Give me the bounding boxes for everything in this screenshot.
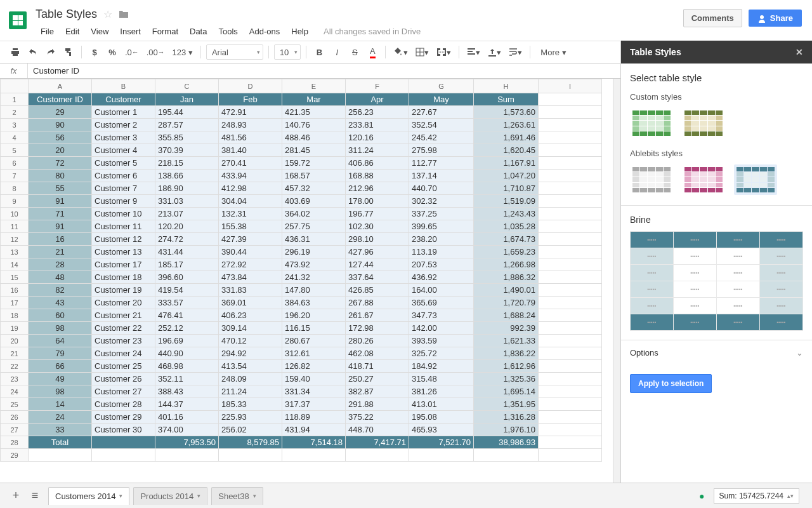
row-header[interactable]: 20 [1, 335, 29, 347]
cell[interactable]: 440.90 [155, 347, 219, 360]
cell[interactable]: 302.32 [409, 195, 474, 208]
cell[interactable]: Customer 11 [92, 220, 155, 233]
cell[interactable]: 29 [29, 106, 92, 119]
cell[interactable]: 1,573.60 [474, 106, 539, 119]
cell[interactable]: 413.54 [219, 360, 282, 373]
cell[interactable]: 91 [29, 220, 92, 233]
vertical-scrollbar[interactable] [613, 79, 620, 483]
cell[interactable]: 1,836.22 [474, 347, 539, 360]
col-header[interactable]: D [219, 79, 282, 93]
row-header[interactable]: 9 [1, 195, 29, 208]
row-header[interactable]: 2 [1, 106, 29, 119]
paint-format-icon[interactable] [61, 44, 76, 60]
row-header[interactable]: 16 [1, 284, 29, 297]
cell[interactable]: 431.94 [282, 424, 346, 436]
row-header[interactable]: 5 [1, 144, 29, 157]
cell[interactable]: 364.02 [282, 208, 346, 220]
cell[interactable]: 311.24 [346, 144, 409, 157]
cell[interactable]: 1,351.95 [474, 398, 539, 411]
cell[interactable]: 413.01 [409, 398, 474, 411]
sheet-tab[interactable]: Sheet38▾ [211, 487, 263, 505]
font-size-select[interactable]: 10 [274, 44, 301, 60]
style-thumb-magenta[interactable] [682, 164, 725, 195]
cell[interactable]: 195.44 [155, 106, 219, 119]
row-header[interactable]: 17 [1, 297, 29, 309]
data-header[interactable]: Sum [474, 93, 539, 106]
cell[interactable]: 1,674.73 [474, 233, 539, 246]
cell[interactable]: 431.44 [155, 246, 219, 258]
cell[interactable]: 399.65 [409, 220, 474, 233]
row-header[interactable]: 28 [1, 436, 29, 449]
cell[interactable]: 1,620.45 [474, 144, 539, 157]
cell[interactable]: 1,612.96 [474, 360, 539, 373]
cell[interactable] [29, 449, 92, 462]
cell[interactable]: 1,695.14 [474, 385, 539, 398]
cell[interactable]: Customer 17 [92, 258, 155, 271]
cell[interactable]: 312.61 [282, 347, 346, 360]
cell[interactable]: Customer 3 [92, 131, 155, 144]
apply-button[interactable]: Apply to selection [630, 374, 712, 393]
row-header[interactable]: 7 [1, 170, 29, 182]
close-icon[interactable]: ✕ [796, 47, 803, 57]
cell[interactable]: 66 [29, 360, 92, 373]
cell[interactable]: 436.31 [282, 233, 346, 246]
cell[interactable]: Total [29, 436, 92, 449]
cell[interactable]: 248.09 [219, 373, 282, 385]
col-header[interactable]: B [92, 79, 155, 93]
cell[interactable]: Customer 24 [92, 347, 155, 360]
cell[interactable]: 16 [29, 233, 92, 246]
cell[interactable]: 79 [29, 347, 92, 360]
options-toggle[interactable]: Options ⌄ [621, 340, 812, 365]
cell[interactable]: Customer 6 [92, 170, 155, 182]
cell[interactable] [346, 449, 409, 462]
cell[interactable]: 1,519.09 [474, 195, 539, 208]
col-header[interactable]: C [155, 79, 219, 93]
cell[interactable]: 470.12 [219, 335, 282, 347]
cell[interactable]: 355.85 [155, 131, 219, 144]
redo-icon[interactable] [43, 44, 58, 60]
cell[interactable]: 33 [29, 424, 92, 436]
row-header[interactable]: 15 [1, 271, 29, 284]
cell[interactable]: 241.32 [282, 271, 346, 284]
cell[interactable]: 433.94 [219, 170, 282, 182]
cell[interactable]: 155.38 [219, 220, 282, 233]
font-select[interactable]: Arial [206, 44, 263, 60]
cell[interactable]: 28 [29, 258, 92, 271]
status-sum[interactable]: Sum: 157425.7244▴▾ [714, 488, 799, 504]
data-header[interactable]: Customer [92, 93, 155, 106]
more-button[interactable]: More ▾ [535, 48, 572, 57]
col-header[interactable]: I [539, 79, 602, 93]
row-header[interactable]: 29 [1, 449, 29, 462]
cell[interactable]: 90 [29, 119, 92, 131]
cell[interactable]: Customer 10 [92, 208, 155, 220]
cell[interactable]: 333.57 [155, 297, 219, 309]
cell[interactable]: 82 [29, 284, 92, 297]
cell[interactable]: 337.64 [346, 271, 409, 284]
cell[interactable]: 248.93 [219, 119, 282, 131]
cell[interactable]: 252.12 [155, 322, 219, 335]
row-header[interactable]: 3 [1, 119, 29, 131]
cell[interactable]: 159.72 [282, 157, 346, 170]
col-header[interactable]: F [346, 79, 409, 93]
cell[interactable]: 126.82 [282, 360, 346, 373]
cell[interactable]: 337.25 [409, 208, 474, 220]
app-logo[interactable] [5, 8, 30, 33]
cell[interactable]: 21 [29, 246, 92, 258]
menu-file[interactable]: File [36, 24, 59, 39]
cell[interactable]: 1,316.28 [474, 411, 539, 424]
data-header[interactable]: May [409, 93, 474, 106]
percent-icon[interactable]: % [105, 44, 120, 60]
cell[interactable] [92, 449, 155, 462]
col-header[interactable]: G [409, 79, 474, 93]
cell[interactable]: 159.40 [282, 373, 346, 385]
cell[interactable]: 56 [29, 131, 92, 144]
all-sheets-button[interactable]: ≡ [25, 486, 44, 505]
cell[interactable]: 396.60 [155, 271, 219, 284]
cell[interactable]: 196.20 [282, 309, 346, 322]
sheet-tab-active[interactable]: Customers 2014▾ [48, 487, 129, 505]
menu-add-ons[interactable]: Add-ons [244, 24, 285, 39]
cell[interactable]: Customer 30 [92, 424, 155, 436]
cell[interactable]: 1,263.61 [474, 119, 539, 131]
cell[interactable]: 116.15 [282, 322, 346, 335]
strikethrough-icon[interactable]: S [347, 44, 362, 60]
